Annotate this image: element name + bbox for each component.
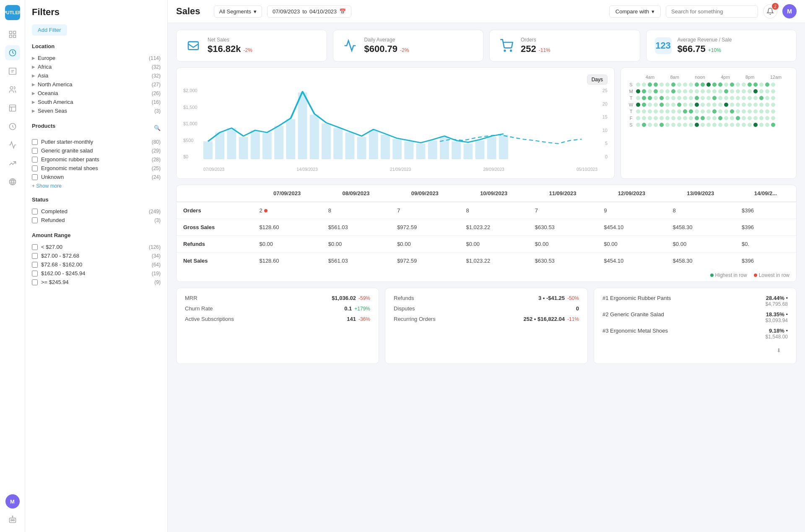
svg-point-8 xyxy=(10,87,13,90)
amount-27-72[interactable]: $27.00 - $72.68 (34) xyxy=(32,251,161,260)
sidebar-item-robot[interactable] xyxy=(5,512,20,527)
product-putler[interactable]: Putler starter-monthly (80) xyxy=(32,137,161,146)
net-sales-change: -2% xyxy=(244,47,252,53)
status-completed-checkbox[interactable] xyxy=(32,209,38,214)
location-north-america[interactable]: ▶North America (27) xyxy=(32,80,161,89)
orders-row-label: Orders xyxy=(177,202,252,219)
sidebar-item-reports[interactable] xyxy=(5,101,20,116)
svg-rect-9 xyxy=(9,105,16,111)
svg-rect-2 xyxy=(9,35,12,38)
sidebar-item-forecast[interactable] xyxy=(5,156,20,171)
status-filter: Status Completed (249) Refunded (3) xyxy=(32,196,161,225)
svg-rect-41 xyxy=(416,144,426,159)
sidebar-item-location[interactable] xyxy=(5,174,20,189)
orders-change: -11% xyxy=(539,47,551,53)
sidebar-item-avatar[interactable]: M xyxy=(5,494,20,509)
segment-select[interactable]: All Segments ▾ xyxy=(214,5,262,18)
amount-gte245[interactable]: >= $245.94 (9) xyxy=(32,278,161,287)
product-unknown-checkbox[interactable] xyxy=(32,174,38,180)
status-refunded-checkbox[interactable] xyxy=(32,217,38,223)
amount-162-245[interactable]: $162.00 - $245.94 (19) xyxy=(32,269,161,278)
status-refunded[interactable]: Refunded (3) xyxy=(32,216,161,225)
location-europe[interactable]: ▶Europe (114) xyxy=(32,54,161,62)
svg-rect-47 xyxy=(487,137,496,159)
svg-rect-23 xyxy=(203,142,213,160)
data-table-card: 07/09/2023 08/09/2023 09/09/2023 10/09/2… xyxy=(176,185,797,282)
orders-0709: 2 xyxy=(252,202,321,219)
days-button[interactable]: Days xyxy=(587,75,608,85)
products-search-icon[interactable]: 🔍 xyxy=(154,125,161,131)
table-legend: Highest in row Lowest in row xyxy=(177,269,796,281)
product-pants-checkbox[interactable] xyxy=(32,157,38,163)
svg-rect-26 xyxy=(239,137,248,159)
products-filter: Products 🔍 Putler starter-monthly (80) G… xyxy=(32,123,161,189)
location-south-america[interactable]: ▶South America (16) xyxy=(32,98,161,106)
net-sales-icon xyxy=(185,37,202,54)
net-sales-row-label: Net Sales xyxy=(177,253,252,269)
svg-rect-27 xyxy=(251,130,260,159)
svg-rect-35 xyxy=(345,132,354,159)
product-putler-checkbox[interactable] xyxy=(32,139,38,145)
sidebar-item-analytics[interactable] xyxy=(5,137,20,152)
svg-point-13 xyxy=(9,179,16,185)
amount-72-162[interactable]: $72.68 - $162.00 (64) xyxy=(32,260,161,269)
add-filter-button[interactable]: Add Filter xyxy=(32,24,67,36)
show-more-products[interactable]: + Show more xyxy=(32,183,62,189)
svg-point-19 xyxy=(12,516,13,517)
svg-point-18 xyxy=(13,519,14,521)
search-input[interactable] xyxy=(666,5,758,18)
date-range[interactable]: 07/09/2023 to 04/10/2023 📅 xyxy=(267,5,351,18)
product-shoes[interactable]: Ergonomic metal shoes (25) xyxy=(32,164,161,173)
mrr-item: MRR $1,036.02-59% xyxy=(185,295,370,301)
svg-rect-40 xyxy=(404,142,413,160)
location-africa[interactable]: ▶Africa (32) xyxy=(32,62,161,71)
svg-point-17 xyxy=(10,519,12,521)
sidebar: PUTLER M xyxy=(0,0,25,532)
svg-rect-3 xyxy=(13,35,16,38)
avg-revenue-change: +10% xyxy=(708,47,721,53)
compare-button[interactable]: Compare with ▾ xyxy=(609,5,661,18)
svg-rect-38 xyxy=(381,135,390,159)
amount-range-label: Amount Range xyxy=(32,232,161,238)
location-asia[interactable]: ▶Asia (32) xyxy=(32,71,161,80)
product-shoes-checkbox[interactable] xyxy=(32,165,38,171)
sidebar-item-dashboard[interactable] xyxy=(5,27,20,42)
avg-revenue-label: Average Revenue / Sale xyxy=(678,37,788,43)
user-avatar[interactable]: M xyxy=(782,4,797,18)
location-seven-seas[interactable]: ▶Seven Seas (3) xyxy=(32,106,161,115)
amount-162-245-checkbox[interactable] xyxy=(32,271,38,276)
net-sales-value: $16.82k xyxy=(208,44,241,54)
heatmap-times: 4am 8am noon 4pm 8pm 12am xyxy=(628,75,789,80)
amount-lt27[interactable]: < $27.00 (126) xyxy=(32,243,161,251)
notification-button[interactable]: 2 xyxy=(763,4,777,18)
orders-label: Orders xyxy=(521,37,631,43)
svg-rect-45 xyxy=(463,144,473,159)
refunds-row-label: Refunds xyxy=(177,236,252,253)
product-unknown[interactable]: Unknown (24) xyxy=(32,173,161,181)
svg-rect-25 xyxy=(227,128,236,159)
metric-avg-revenue: 123 Average Revenue / Sale $66.75+10% xyxy=(646,30,797,62)
data-table: 07/09/2023 08/09/2023 09/09/2023 10/09/2… xyxy=(177,185,796,269)
heatmap-row-t2: T xyxy=(628,109,789,114)
heatmap-row-s2: S xyxy=(628,122,789,127)
svg-rect-24 xyxy=(215,132,224,159)
status-completed[interactable]: Completed (249) xyxy=(32,207,161,216)
svg-rect-29 xyxy=(274,126,283,159)
sidebar-item-revenue[interactable] xyxy=(5,119,20,134)
amount-lt27-checkbox[interactable] xyxy=(32,244,38,250)
page-title: Sales xyxy=(176,6,200,17)
location-filter: Location ▶Europe (114) ▶Africa (32) ▶Asi… xyxy=(32,43,161,115)
churn-item: Churn Rate 0.1+179% xyxy=(185,305,370,312)
sidebar-item-sales[interactable] xyxy=(5,45,20,60)
product-salad-checkbox[interactable] xyxy=(32,148,38,154)
location-oceania[interactable]: ▶Oceania (26) xyxy=(32,89,161,98)
product-salad[interactable]: Generic granite salad (29) xyxy=(32,146,161,155)
amount-27-72-checkbox[interactable] xyxy=(32,253,38,259)
download-button[interactable]: ⬇ xyxy=(776,347,781,354)
sidebar-item-orders[interactable] xyxy=(5,64,20,79)
amount-72-162-checkbox[interactable] xyxy=(32,262,38,268)
product-rank-2: #2 Generic Granite Salad 18.35% • $3,093… xyxy=(602,311,788,323)
product-pants[interactable]: Ergonomic rubber pants (28) xyxy=(32,155,161,164)
sidebar-item-customers[interactable] xyxy=(5,82,20,97)
amount-gte245-checkbox[interactable] xyxy=(32,279,38,285)
